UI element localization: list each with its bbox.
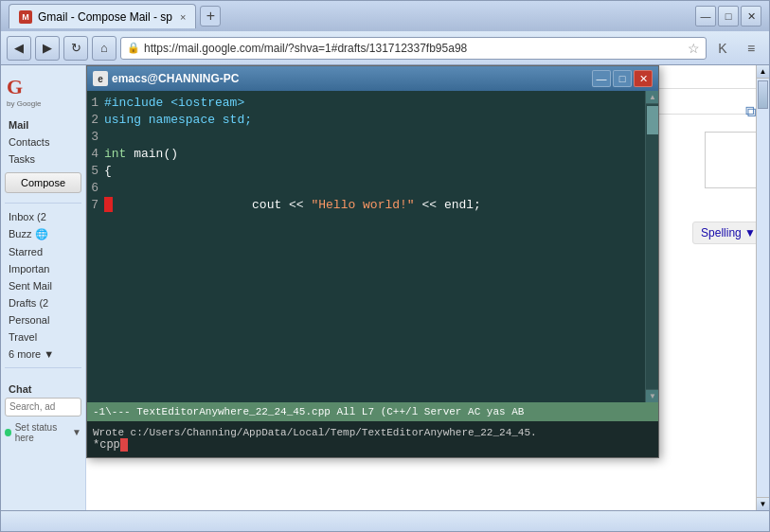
url-text: https://mail.google.com/mail/?shva=1#dra… <box>144 42 467 55</box>
emacs-close-button[interactable]: ✕ <box>634 70 653 87</box>
title-bar: M Gmail - Compose Mail - sp × + — □ ✕ <box>1 1 769 31</box>
emacs-scroll-track <box>646 136 658 389</box>
sidebar-buzz[interactable]: Buzz 🌐 <box>5 226 81 242</box>
kaspersky-icon[interactable]: K <box>710 36 735 61</box>
lock-icon: 🔒 <box>127 42 140 54</box>
sidebar-starred[interactable]: Starred <box>5 244 81 259</box>
line-num-3: 3 <box>87 129 104 146</box>
sidebar-divider2 <box>5 367 81 368</box>
emacs-title-bar: e emacs@CHANNING-PC — □ ✕ <box>87 66 658 91</box>
minibuffer-prompt-text: *cpp <box>93 438 120 452</box>
settings-icon[interactable]: ≡ <box>739 36 763 61</box>
duplicate-icon[interactable]: ⧉ <box>745 103 756 120</box>
window-close-button[interactable]: ✕ <box>741 6 761 27</box>
new-tab-button[interactable]: + <box>200 6 221 27</box>
sidebar-important[interactable]: Importan <box>5 261 81 276</box>
emacs-scroll-down-arrow[interactable]: ▼ <box>646 389 658 402</box>
mode-line-text: -1\--- TextEditorAnywhere_22_24_45.cpp A… <box>93 406 524 417</box>
emacs-scroll-up-arrow[interactable]: ▲ <box>646 91 658 104</box>
gmail-logo-subtext: by Google <box>7 99 80 108</box>
browser-window: M Gmail - Compose Mail - sp × + — □ ✕ ◀ … <box>0 0 770 532</box>
sidebar-divider <box>5 203 81 204</box>
emacs-title-text: emacs@CHANNING-PC <box>112 72 588 85</box>
code-line-2: 2 using namespace std; <box>87 112 645 129</box>
sidebar-inbox[interactable]: Inbox (2 <box>5 209 81 224</box>
line-num-2: 2 <box>87 112 104 129</box>
sidebar-contacts[interactable]: Contacts <box>5 134 81 150</box>
emacs-minibuffer: Wrote c:/Users/Channing/AppData/Local/Te… <box>87 421 658 457</box>
right-scrollbar[interactable]: ▲ ▼ <box>756 65 769 510</box>
scroll-thumb[interactable] <box>758 80 768 109</box>
chat-search-input[interactable] <box>5 398 81 417</box>
line-content-4: int main() <box>104 146 178 163</box>
sidebar-more[interactable]: 6 more ▼ <box>5 346 81 362</box>
sidebar-personal[interactable]: Personal <box>5 312 81 328</box>
status-arrow-icon[interactable]: ▼ <box>72 427 81 437</box>
reload-button[interactable]: ↻ <box>63 36 88 61</box>
window-controls: — □ ✕ <box>695 6 761 27</box>
sidebar-travel[interactable]: Travel <box>5 329 81 345</box>
sidebar: G by Google Mail Contacts Tasks Compose … <box>1 65 86 510</box>
chat-label: Chat <box>5 381 81 397</box>
toolbar-icons: K ≡ <box>710 36 763 61</box>
chat-section: Chat Set status here ▼ <box>5 381 81 443</box>
emacs-mode-line: -1\--- TextEditorAnywhere_22_24_45.cpp A… <box>87 402 658 421</box>
minibuffer-line1: Wrote c:/Users/Channing/AppData/Local/Te… <box>93 427 653 438</box>
main-content: G by Google Mail Contacts Tasks Compose … <box>1 65 769 510</box>
line-num-1: 1 <box>87 95 104 112</box>
address-bar[interactable]: 🔒 https://mail.google.com/mail/?shva=1#d… <box>120 37 707 60</box>
tab-close-button[interactable]: × <box>180 11 186 23</box>
emacs-app-icon: e <box>93 71 108 86</box>
compose-button[interactable]: Compose <box>5 172 81 193</box>
home-button[interactable]: ⌂ <box>92 36 116 61</box>
code-line-1: 1 #include <iostream> <box>87 95 645 112</box>
gmail-logo-text: G <box>7 75 80 99</box>
line-num-6: 6 <box>87 180 104 197</box>
gmail-tab-icon: M <box>19 10 32 24</box>
minibuffer-prompt: *cpp <box>93 438 653 452</box>
code-line-6: 6 cout << "Hello world!" << endl; <box>87 180 645 197</box>
status-text[interactable]: Set status here <box>15 422 68 443</box>
line-content-5: { <box>104 163 112 180</box>
editor-cursor <box>104 197 113 212</box>
line-content-2: using namespace std; <box>104 112 252 129</box>
line-num-7: 7 <box>87 197 104 214</box>
line-num-4: 4 <box>87 146 104 163</box>
sidebar-sent[interactable]: Sent Mail <box>5 278 81 293</box>
sidebar-drafts[interactable]: Drafts (2 <box>5 295 81 310</box>
forward-button[interactable]: ▶ <box>35 36 60 61</box>
window-maximize-button[interactable]: □ <box>718 6 739 27</box>
line-content-6: cout << "Hello world!" << endl; <box>104 180 481 231</box>
line-content-1: #include <iostream> <box>104 95 244 112</box>
emacs-scroll-thumb[interactable] <box>647 106 658 134</box>
line-num-5: 5 <box>87 163 104 180</box>
emacs-maximize-button[interactable]: □ <box>613 70 632 87</box>
emacs-minimize-button[interactable]: — <box>592 70 611 87</box>
sidebar-mail-label[interactable]: Mail <box>5 117 81 133</box>
compose-text-area[interactable] <box>705 132 761 188</box>
emacs-editor[interactable]: 1 #include <iostream> 2 using namespace … <box>87 91 658 402</box>
emacs-window: e emacs@CHANNING-PC — □ ✕ 1 #include < <box>86 65 659 458</box>
active-tab[interactable]: M Gmail - Compose Mail - sp × <box>9 4 196 28</box>
gmail-content-area: Search options create a filter ⧉ Spellin… <box>86 65 769 510</box>
code-line-3: 3 <box>87 129 645 146</box>
code-line-4: 4 int main() <box>87 146 645 163</box>
sidebar-tasks[interactable]: Tasks <box>5 151 81 167</box>
emacs-scrollbar[interactable]: ▲ ▼ <box>645 91 658 402</box>
scroll-up-arrow[interactable]: ▲ <box>757 65 769 79</box>
back-button[interactable]: ◀ <box>7 36 31 61</box>
window-minimize-button[interactable]: — <box>695 6 716 27</box>
gmail-logo: G by Google <box>5 73 81 110</box>
online-status-indicator <box>5 429 11 436</box>
status-bar <box>1 510 769 531</box>
bookmark-star-icon[interactable]: ☆ <box>688 41 700 56</box>
scroll-down-arrow[interactable]: ▼ <box>757 497 769 510</box>
code-line-5: 5 { <box>87 163 645 180</box>
line-content-7 <box>104 197 113 214</box>
emacs-code-area[interactable]: 1 #include <iostream> 2 using namespace … <box>87 91 645 402</box>
spelling-button[interactable]: Spelling ▼ <box>692 222 764 244</box>
emacs-window-controls: — □ ✕ <box>592 70 653 87</box>
nav-bar: ◀ ▶ ↻ ⌂ 🔒 https://mail.google.com/mail/?… <box>1 31 769 65</box>
tab-label: Gmail - Compose Mail - sp <box>38 10 172 24</box>
minibuffer-cursor <box>120 438 128 452</box>
